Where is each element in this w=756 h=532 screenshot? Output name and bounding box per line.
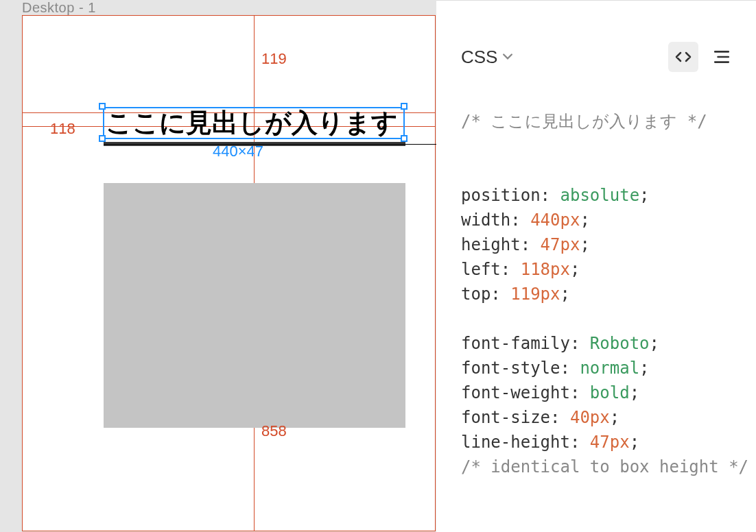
ruler-top: 119 bbox=[261, 50, 287, 68]
list-icon bbox=[713, 48, 731, 66]
val-left: 118px bbox=[521, 260, 570, 279]
inspector-panel: CSS /* ここに見出しが入ります */ position: absolute… bbox=[436, 0, 756, 532]
divider-line bbox=[104, 144, 436, 145]
table-view-button[interactable] bbox=[707, 42, 737, 72]
code-comment-2: /* identical to box height */ bbox=[461, 457, 748, 476]
panel-mode-icons bbox=[668, 42, 737, 72]
val-font-family: Roboto bbox=[590, 334, 650, 353]
selected-text: ここに見出しが入ります bbox=[104, 107, 398, 139]
language-dropdown[interactable]: CSS bbox=[461, 47, 512, 68]
prop-height: height: bbox=[461, 235, 530, 254]
prop-font-size: font-size: bbox=[461, 408, 560, 427]
val-height: 47px bbox=[541, 235, 580, 254]
selected-element[interactable]: ここに見出しが入ります 440×47 bbox=[103, 91, 432, 149]
prop-font-family: font-family: bbox=[461, 334, 580, 353]
val-position: absolute bbox=[560, 186, 640, 205]
val-width: 440px bbox=[530, 210, 580, 230]
dropdown-label: CSS bbox=[461, 47, 497, 68]
frame-label[interactable]: Desktop - 1 bbox=[22, 0, 96, 16]
prop-font-weight: font-weight: bbox=[461, 383, 580, 402]
resize-handle-tr[interactable] bbox=[401, 103, 407, 110]
canvas-area[interactable]: Desktop - 1 119 118 ここに見出しが入ります 440×47 8… bbox=[0, 0, 436, 532]
val-font-size: 40px bbox=[570, 408, 610, 427]
chevron-down-icon bbox=[503, 52, 512, 62]
resize-handle-bl[interactable] bbox=[99, 135, 106, 142]
prop-position: position: bbox=[461, 186, 550, 205]
prop-font-style: font-style: bbox=[461, 359, 570, 378]
placeholder-block[interactable] bbox=[104, 183, 405, 428]
resize-handle-tl[interactable] bbox=[99, 103, 106, 110]
code-icon bbox=[675, 49, 692, 65]
val-font-style: normal bbox=[580, 359, 639, 378]
prop-width: width: bbox=[461, 210, 521, 230]
inspector-header: CSS bbox=[461, 42, 737, 72]
code-comment: /* ここに見出しが入ります */ bbox=[461, 112, 707, 131]
ruler-bottom: 858 bbox=[261, 422, 287, 440]
val-top: 119px bbox=[510, 285, 560, 304]
prop-line-height: line-height: bbox=[461, 433, 580, 452]
css-code-block[interactable]: /* ここに見出しが入ります */ position: absolute; wi… bbox=[461, 109, 737, 532]
val-font-weight: bold bbox=[590, 383, 630, 402]
artboard[interactable]: 119 118 ここに見出しが入ります 440×47 858 bbox=[22, 15, 436, 531]
code-view-button[interactable] bbox=[668, 42, 698, 72]
selection-outline: ここに見出しが入ります bbox=[103, 107, 405, 139]
prop-left: left: bbox=[461, 260, 510, 279]
ruler-left: 118 bbox=[50, 120, 75, 138]
prop-top: top: bbox=[461, 285, 501, 304]
val-line-height: 47px bbox=[590, 433, 630, 452]
resize-handle-br[interactable] bbox=[401, 135, 407, 142]
